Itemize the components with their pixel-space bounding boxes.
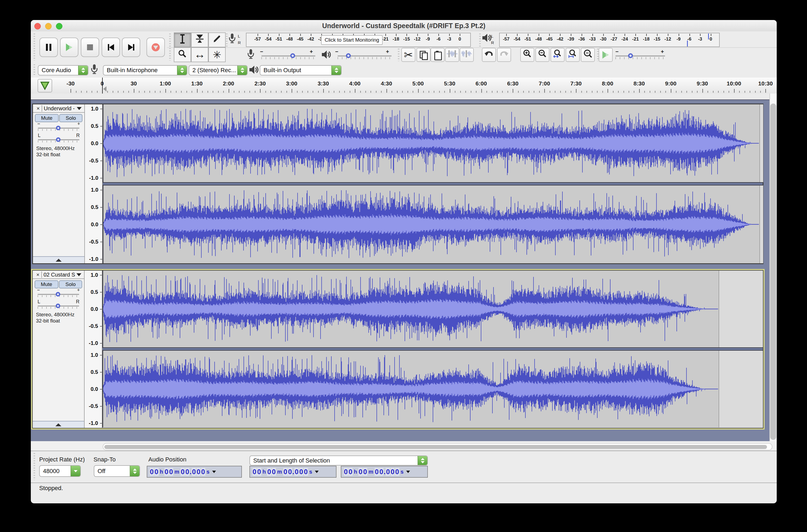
track-2-vertical-ruler[interactable]: 1.00.50.0-0.5-1.01.00.50.0-0.5-1.0 [84, 271, 102, 428]
selection-mode-combo[interactable]: Start and Length of Selection [249, 456, 428, 466]
track-pan-thumb[interactable] [56, 304, 60, 308]
timeline-ruler[interactable]: -300301:001:302:002:303:003:304:004:305:… [31, 78, 777, 94]
time-digit[interactable]: 0 [358, 468, 363, 476]
monitoring-tooltip[interactable]: Click to Start Monitoring [321, 35, 383, 45]
playback-volume-thumb[interactable] [346, 53, 351, 58]
playback-meter-icon[interactable] [482, 33, 489, 45]
track-1-channel-1[interactable] [103, 104, 763, 182]
zoom-fit-button[interactable] [566, 48, 580, 62]
track-1-control-panel[interactable]: ×Underworld -MuteSolo−+LRStereo, 48000Hz… [33, 104, 85, 263]
zoom-toggle-button[interactable] [581, 48, 595, 62]
zoom-out-button[interactable] [535, 48, 550, 62]
trim-button[interactable] [445, 48, 459, 62]
time-digit[interactable]: 0 [252, 468, 257, 476]
time-digit[interactable]: 0 [267, 468, 271, 476]
time-digit[interactable]: 0 [201, 468, 206, 476]
time-field-dropdown-arrow[interactable] [406, 471, 410, 473]
playback-device-combo-stepper[interactable] [331, 66, 341, 75]
zoom-selection-button[interactable] [551, 48, 564, 62]
playback-volume-slider[interactable] [338, 55, 391, 57]
recording-device-combo-stepper[interactable] [177, 66, 187, 75]
cut-button[interactable]: ✂ [401, 48, 416, 62]
track-1-channel-2[interactable] [103, 186, 763, 263]
track-title[interactable]: 02 Custard S [43, 272, 76, 278]
time-digit[interactable]: 0 [395, 468, 400, 476]
time-digit[interactable]: 0 [304, 468, 308, 476]
time-digit[interactable]: 0 [192, 468, 196, 476]
track-collapse-button[interactable] [33, 421, 84, 428]
track-gain-thumb[interactable] [56, 292, 60, 297]
record-meter-icon[interactable] [229, 33, 236, 45]
copy-button[interactable] [417, 48, 430, 62]
track-pan-thumb[interactable] [56, 137, 60, 142]
track-menu-arrow-icon[interactable] [76, 273, 81, 276]
play-at-speed-button[interactable] [599, 48, 613, 62]
envelope-tool-button[interactable] [191, 33, 208, 47]
time-digit[interactable]: 0 [379, 468, 384, 476]
time-digit[interactable]: 0 [169, 468, 173, 476]
time-digit[interactable]: 0 [185, 468, 189, 476]
selection-mode-stepper[interactable] [418, 456, 427, 465]
time-digit[interactable]: 0 [294, 468, 299, 476]
track-close-button[interactable]: × [34, 271, 42, 278]
snap-to-stepper[interactable] [130, 466, 139, 476]
time-digit[interactable]: 0 [283, 468, 288, 476]
time-digit[interactable]: 0 [390, 468, 395, 476]
project-rate-combo[interactable]: 48000 [39, 465, 81, 477]
undo-button[interactable] [482, 48, 496, 62]
paste-button[interactable] [430, 48, 445, 62]
track-close-button[interactable]: × [35, 105, 42, 112]
time-digit[interactable]: 0 [288, 468, 292, 476]
time-digit[interactable]: 0 [299, 468, 304, 476]
track-1-vertical-ruler[interactable]: 1.00.50.0-0.5-1.01.00.50.0-0.5-1.0 [85, 104, 103, 263]
redo-button[interactable] [497, 48, 511, 62]
recording-channels-combo-stepper[interactable] [237, 66, 247, 75]
time-digit[interactable]: 0 [348, 468, 353, 476]
time-field-selection-length[interactable]: 00h00m00.000s [341, 466, 428, 478]
horizontal-scrollbar-thumb[interactable] [104, 445, 767, 449]
time-digit[interactable]: 0 [374, 468, 379, 476]
rewind-button[interactable] [102, 38, 120, 57]
track-2-waveform-area[interactable] [102, 271, 763, 428]
snap-to-combo[interactable]: Off [94, 465, 140, 477]
time-field-dropdown-arrow[interactable] [315, 471, 319, 473]
pause-button[interactable] [39, 38, 58, 57]
time-digit[interactable]: 0 [363, 468, 367, 476]
time-digit[interactable]: 0 [180, 468, 185, 476]
track-menu-arrow-icon[interactable] [77, 107, 82, 110]
track-2-channel-1[interactable] [102, 271, 763, 347]
timeshift-tool-button[interactable]: ↔ [191, 47, 208, 62]
time-field-dropdown-arrow[interactable] [212, 471, 216, 473]
zoom-tool-button[interactable] [174, 47, 191, 62]
record-button[interactable] [147, 38, 165, 57]
time-digit[interactable]: 0 [164, 468, 169, 476]
time-digit[interactable]: 0 [344, 468, 348, 476]
track-1-waveform-area[interactable] [103, 104, 763, 263]
forward-button[interactable] [122, 38, 140, 57]
record-volume-slider[interactable] [261, 55, 315, 57]
time-digit[interactable]: 0 [150, 468, 154, 476]
time-digit[interactable]: 0 [272, 468, 276, 476]
record-volume-thumb[interactable] [290, 53, 295, 58]
selection-tool-button[interactable] [174, 33, 191, 47]
project-rate-stepper[interactable] [71, 466, 80, 476]
multi-tool-button[interactable]: ✳ [208, 47, 226, 62]
stop-button[interactable] [81, 38, 99, 57]
draw-tool-button[interactable] [208, 33, 226, 47]
play-speed-slider[interactable] [615, 55, 665, 57]
playback-meter[interactable]: -57-54-51-48-45-42-39-36-33-30-27-24-21-… [499, 33, 720, 47]
recording-channels-combo[interactable]: 2 (Stereo) Rec... [189, 65, 248, 75]
audio-host-combo-stepper[interactable] [78, 66, 88, 75]
track-title[interactable]: Underworld - [44, 106, 76, 112]
track-2-channel-2[interactable] [102, 350, 763, 428]
zoom-in-button[interactable] [520, 48, 534, 62]
audio-host-combo[interactable]: Core Audio [38, 65, 89, 75]
time-digit[interactable]: 0 [196, 468, 201, 476]
track-gain-thumb[interactable] [56, 126, 60, 130]
track-2-control-panel[interactable]: ×02 Custard SMuteSolo−+LRStereo, 48000Hz… [33, 271, 84, 428]
time-field-audio-position[interactable]: 00h00m00.000s [147, 466, 242, 478]
playback-device-combo[interactable]: Built-in Output [260, 65, 342, 75]
track-collapse-button[interactable] [33, 256, 84, 263]
play-speed-thumb[interactable] [628, 53, 633, 58]
vertical-scrollbar-thumb[interactable] [770, 103, 776, 440]
